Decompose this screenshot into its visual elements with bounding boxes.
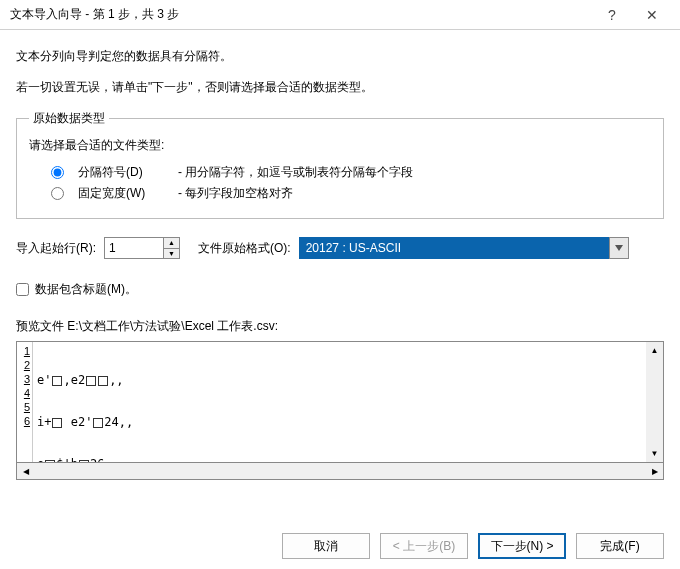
original-data-type-group: 原始数据类型 请选择最合适的文件类型: 分隔符号(D) - 用分隔字符，如逗号或… [16, 110, 664, 219]
start-row-label: 导入起始行(R): [16, 240, 96, 257]
finish-button[interactable]: 完成(F) [576, 533, 664, 559]
titlebar: 文本导入向导 - 第 1 步，共 3 步 ? ✕ [0, 0, 680, 30]
preview-pane: 1 2 3 4 5 6 e',e2,, i+ e2'24,, e$'h26,, … [16, 341, 664, 463]
chevron-down-icon [615, 245, 623, 251]
vscroll-track[interactable] [646, 359, 663, 445]
headers-checkbox-label: 数据包含标题(M)。 [35, 281, 137, 298]
intro-line-1: 文本分列向导判定您的数据具有分隔符。 [16, 48, 664, 65]
gutter-line: 5 [17, 401, 32, 415]
back-button[interactable]: < 上一步(B) [380, 533, 468, 559]
gutter-line: 6 [17, 415, 32, 429]
choose-file-type-hint: 请选择最合适的文件类型: [29, 137, 651, 154]
start-row-spinner[interactable]: ▲ ▼ [104, 237, 180, 259]
preview-text-area: e',e2,, i+ e2'24,, e$'h26,, e< g&20,, f2… [33, 342, 646, 462]
file-origin-combo[interactable]: 20127 : US-ASCII [299, 237, 629, 259]
dialog-button-row: 取消 < 上一步(B) 下一步(N) > 完成(F) [282, 533, 664, 559]
cancel-button[interactable]: 取消 [282, 533, 370, 559]
intro-line-2: 若一切设置无误，请单击"下一步"，否则请选择最合适的数据类型。 [16, 79, 664, 96]
spinner-buttons: ▲ ▼ [163, 238, 179, 258]
spinner-down-icon[interactable]: ▼ [164, 249, 179, 259]
radio-fixed-width[interactable] [51, 187, 64, 200]
preview-file-label: 预览文件 E:\文档工作\方法试验\Excel 工作表.csv: [16, 318, 664, 335]
scroll-down-icon[interactable]: ▼ [646, 445, 663, 462]
radio-delimited[interactable] [51, 166, 64, 179]
group-legend: 原始数据类型 [29, 110, 109, 127]
radio-fixed-label: 固定宽度(W) [78, 185, 168, 202]
preview-line: i+ e2'24,, [37, 415, 642, 429]
help-button[interactable]: ? [592, 0, 632, 30]
start-and-origin-row: 导入起始行(R): ▲ ▼ 文件原始格式(O): 20127 : US-ASCI… [16, 237, 664, 259]
file-origin-label: 文件原始格式(O): [198, 240, 291, 257]
radio-fixed-row[interactable]: 固定宽度(W) - 每列字段加空格对齐 [51, 185, 651, 202]
vertical-scrollbar[interactable]: ▲ ▼ [646, 342, 663, 462]
scroll-right-icon[interactable]: ▶ [646, 463, 663, 479]
gutter-line: 3 [17, 373, 32, 387]
next-button[interactable]: 下一步(N) > [478, 533, 566, 559]
scroll-left-icon[interactable]: ◀ [17, 463, 34, 479]
close-button[interactable]: ✕ [632, 0, 672, 30]
headers-checkbox-row[interactable]: 数据包含标题(M)。 [16, 281, 664, 298]
radio-delimited-desc: - 用分隔字符，如逗号或制表符分隔每个字段 [178, 164, 413, 181]
radio-fixed-desc: - 每列字段加空格对齐 [178, 185, 293, 202]
start-row-input[interactable] [105, 238, 163, 258]
preview-line-gutter: 1 2 3 4 5 6 [17, 342, 33, 462]
hscroll-track[interactable] [34, 463, 646, 479]
preview-line: e',e2,, [37, 373, 642, 387]
gutter-line: 2 [17, 359, 32, 373]
combo-dropdown-button[interactable] [609, 237, 629, 259]
headers-checkbox[interactable] [16, 283, 29, 296]
gutter-line: 1 [17, 345, 32, 359]
horizontal-scrollbar[interactable]: ◀ ▶ [16, 463, 664, 480]
window-title: 文本导入向导 - 第 1 步，共 3 步 [10, 6, 592, 23]
radio-delimited-row[interactable]: 分隔符号(D) - 用分隔字符，如逗号或制表符分隔每个字段 [51, 164, 651, 181]
scroll-up-icon[interactable]: ▲ [646, 342, 663, 359]
radio-delimited-label: 分隔符号(D) [78, 164, 168, 181]
preview-line: e$'h26,, [37, 457, 642, 462]
file-origin-value: 20127 : US-ASCII [299, 237, 609, 259]
spinner-up-icon[interactable]: ▲ [164, 238, 179, 249]
gutter-line: 4 [17, 387, 32, 401]
dialog-content: 文本分列向导判定您的数据具有分隔符。 若一切设置无误，请单击"下一步"，否则请选… [0, 30, 680, 480]
